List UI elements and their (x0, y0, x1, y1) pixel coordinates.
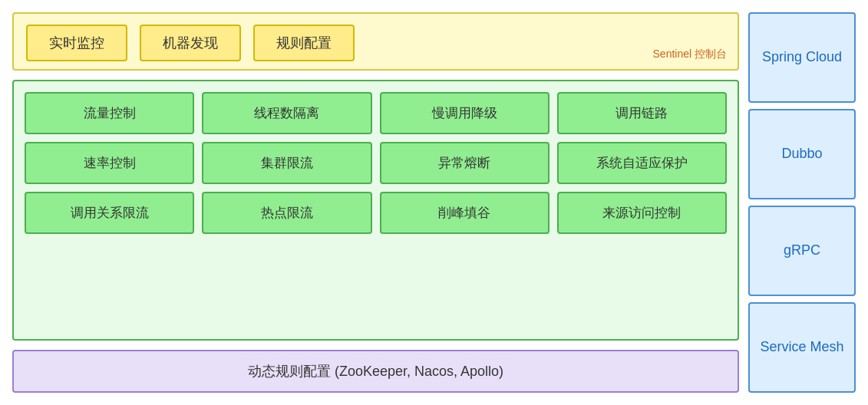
feature-box: 削峰填谷 (380, 192, 550, 234)
features-row: 流量控制线程数隔离慢调用降级调用链路 (25, 92, 727, 134)
dynamic-section: 动态规则配置 (ZooKeeper, Nacos, Apollo) (12, 350, 739, 393)
main-container: 实时监控机器发现规则配置 Sentinel 控制台 流量控制线程数隔离慢调用降级… (0, 0, 868, 405)
feature-box: 系统自适应保护 (557, 142, 727, 184)
features-row: 调用关系限流热点限流削峰填谷来源访问控制 (25, 192, 727, 234)
sentinel-section: 实时监控机器发现规则配置 Sentinel 控制台 (12, 12, 739, 71)
sidebar-item: gRPC (748, 206, 856, 296)
feature-box: 来源访问控制 (557, 192, 727, 234)
sidebar-item: Spring Cloud (748, 12, 856, 103)
features-section: 流量控制线程数隔离慢调用降级调用链路速率控制集群限流异常熔断系统自适应保护调用关… (12, 80, 739, 341)
feature-box: 异常熔断 (380, 142, 550, 184)
feature-box: 调用链路 (557, 92, 727, 134)
sentinel-box: 机器发现 (140, 25, 241, 61)
feature-box: 调用关系限流 (25, 192, 194, 234)
sentinel-box: 实时监控 (26, 25, 127, 61)
sidebar-item: Dubbo (748, 109, 856, 199)
sentinel-box: 规则配置 (253, 25, 355, 61)
sentinel-items: 实时监控机器发现规则配置 (26, 25, 725, 61)
sidebar-item: Service Mesh (748, 302, 856, 393)
feature-box: 慢调用降级 (380, 92, 550, 134)
feature-box: 流量控制 (25, 92, 194, 134)
features-row: 速率控制集群限流异常熔断系统自适应保护 (25, 142, 727, 184)
feature-box: 集群限流 (202, 142, 371, 184)
sentinel-label: Sentinel 控制台 (653, 48, 727, 61)
right-sidebar: Spring CloudDubbogRPCService Mesh (748, 12, 856, 393)
feature-box: 速率控制 (25, 142, 194, 184)
feature-box: 热点限流 (202, 192, 371, 234)
feature-box: 线程数隔离 (202, 92, 371, 134)
dynamic-label: 动态规则配置 (ZooKeeper, Nacos, Apollo) (248, 364, 503, 379)
left-section: 实时监控机器发现规则配置 Sentinel 控制台 流量控制线程数隔离慢调用降级… (12, 12, 739, 393)
